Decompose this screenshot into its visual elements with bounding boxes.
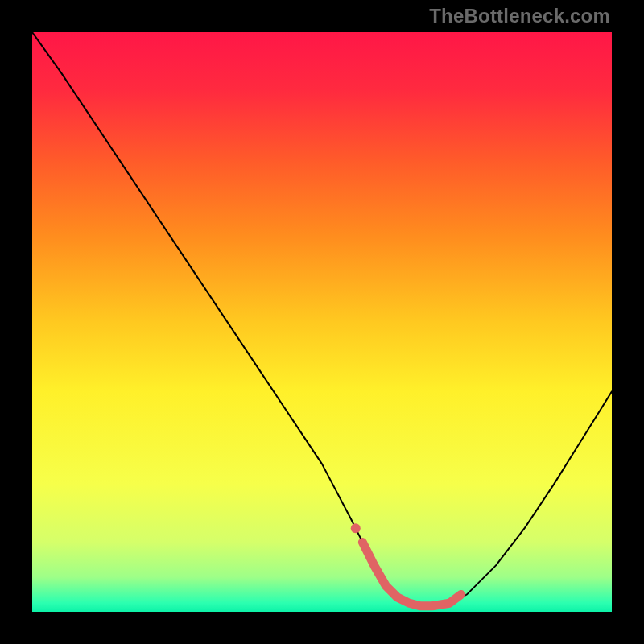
chart-frame: TheBottleneck.com <box>0 0 644 644</box>
chart-svg <box>32 32 612 612</box>
gradient-background <box>32 32 612 612</box>
plot-area <box>32 32 612 612</box>
watermark-text: TheBottleneck.com <box>429 5 610 27</box>
bottleneck-highlight-dot <box>351 523 361 533</box>
